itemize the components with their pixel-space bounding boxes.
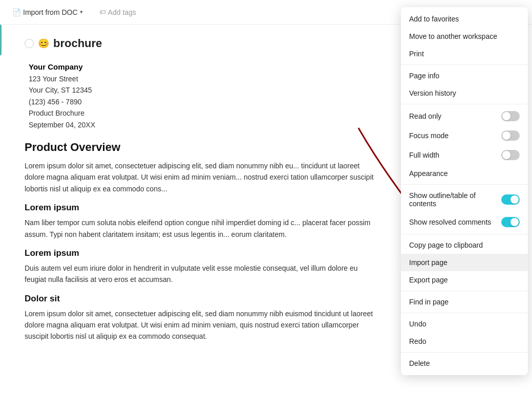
company-phone: (123) 456 - 7890 xyxy=(29,96,375,107)
menu-divider-after-print xyxy=(401,64,528,65)
menu-item-page-info[interactable]: Page info xyxy=(401,67,528,84)
menu-item-copy-clipboard[interactable]: Copy page to clipboard xyxy=(401,236,528,254)
company-street: 123 Your Street xyxy=(29,73,375,84)
doc-title: brochure xyxy=(53,37,102,50)
toggle-read-only[interactable] xyxy=(501,111,520,121)
menu-item-label-appearance: Appearance xyxy=(409,169,448,178)
menu-item-undo[interactable]: Undo xyxy=(401,315,528,333)
lorem-text-1: Nam liber tempor cum soluta nobis eleife… xyxy=(25,217,375,240)
menu-divider-after-appearance xyxy=(401,184,528,185)
tag-icon: 🏷 xyxy=(99,8,106,16)
menu-item-label-read-only: Read only xyxy=(409,112,441,120)
menu-item-delete[interactable]: Delete xyxy=(401,355,528,372)
menu-item-focus-mode[interactable]: Focus mode xyxy=(401,126,528,145)
file-icon: 📄 xyxy=(12,8,21,16)
import-chevron: ▾ xyxy=(80,9,83,15)
menu-item-import-page[interactable]: Import page xyxy=(401,254,528,271)
menu-item-read-only[interactable]: Read only xyxy=(401,106,528,126)
overview-text: Lorem ipsum dolor sit amet, consectetuer… xyxy=(25,160,375,194)
menu-divider-after-export-page xyxy=(401,291,528,291)
menu-item-label-move-to-workspace: Move to another workspace xyxy=(409,32,497,40)
menu-item-label-focus-mode: Focus mode xyxy=(409,132,449,140)
toggle-focus-mode[interactable] xyxy=(501,130,520,141)
menu-item-label-full-width: Full width xyxy=(409,151,439,159)
menu-item-move-to-workspace[interactable]: Move to another workspace xyxy=(401,28,528,45)
menu-item-find-in-page[interactable]: Find in page xyxy=(401,293,528,311)
add-tags-label: Add tags xyxy=(108,8,136,16)
left-sidebar-indicator xyxy=(0,25,2,55)
menu-item-label-find-in-page: Find in page xyxy=(409,298,449,306)
menu-item-label-version-history: Version history xyxy=(409,89,456,97)
company-name: Your Company xyxy=(29,62,375,71)
menu-divider-after-redo xyxy=(401,352,528,353)
menu-divider-after-find-in-page xyxy=(401,313,528,313)
import-label: Import from DOC xyxy=(23,8,78,16)
menu-item-label-undo: Undo xyxy=(409,320,426,328)
doc-checkbox[interactable] xyxy=(25,39,34,48)
toggle-show-outline[interactable] xyxy=(501,194,520,205)
doc-icon: 😊 xyxy=(38,38,49,49)
menu-item-version-history[interactable]: Version history xyxy=(401,84,528,102)
menu-item-print[interactable]: Print xyxy=(401,45,528,62)
add-tags-button[interactable]: 🏷 Add tags xyxy=(95,6,140,18)
menu-item-label-add-to-favorites: Add to favorites xyxy=(409,15,459,23)
toggle-show-resolved[interactable] xyxy=(501,217,520,227)
lorem-heading-2: Lorem ipsum xyxy=(25,248,375,258)
lorem-heading-1: Lorem ipsum xyxy=(25,203,375,213)
menu-item-label-print: Print xyxy=(409,50,424,58)
company-product: Product Brochure xyxy=(29,107,375,119)
menu-item-show-outline[interactable]: Show outline/table of contents xyxy=(401,187,528,212)
menu-item-label-copy-clipboard: Copy page to clipboard xyxy=(409,241,483,249)
toggle-full-width[interactable] xyxy=(501,150,520,160)
menu-divider-after-version-history xyxy=(401,104,528,104)
menu-item-label-page-info: Page info xyxy=(409,72,439,80)
document-content: 😊 brochure Your Company 123 Your Street … xyxy=(0,25,399,363)
menu-item-label-show-outline: Show outline/table of contents xyxy=(409,191,501,208)
menu-item-redo[interactable]: Redo xyxy=(401,333,528,350)
menu-item-show-resolved[interactable]: Show resolved comments xyxy=(401,212,528,232)
menu-item-label-show-resolved: Show resolved comments xyxy=(409,218,491,226)
menu-item-add-to-favorites[interactable]: Add to favorites xyxy=(401,10,528,28)
dolor-heading: Dolor sit xyxy=(25,294,375,304)
dolor-text: Lorem ipsum dolor sit amet, consectetuer… xyxy=(25,308,375,342)
menu-item-label-import-page: Import page xyxy=(409,258,448,267)
menu-item-full-width[interactable]: Full width xyxy=(401,145,528,165)
menu-item-label-delete: Delete xyxy=(409,359,430,367)
company-city: Your City, ST 12345 xyxy=(29,84,375,96)
context-menu: Add to favoritesMove to another workspac… xyxy=(401,7,528,375)
menu-item-appearance[interactable]: Appearance xyxy=(401,165,528,182)
company-block: Your Company 123 Your Street Your City, … xyxy=(25,62,375,130)
menu-item-label-redo: Redo xyxy=(409,337,426,345)
menu-item-label-export-page: Export page xyxy=(409,276,448,284)
import-from-doc-button[interactable]: 📄 Import from DOC ▾ xyxy=(8,6,87,18)
company-date: September 04, 20XX xyxy=(29,119,375,130)
doc-title-row: 😊 brochure xyxy=(25,37,375,50)
lorem-text-2: Duis autem vel eum iriure dolor in hendr… xyxy=(25,262,375,286)
menu-item-export-page[interactable]: Export page xyxy=(401,271,528,289)
product-overview-heading: Product Overview xyxy=(25,141,375,154)
menu-divider-after-show-resolved xyxy=(401,234,528,234)
